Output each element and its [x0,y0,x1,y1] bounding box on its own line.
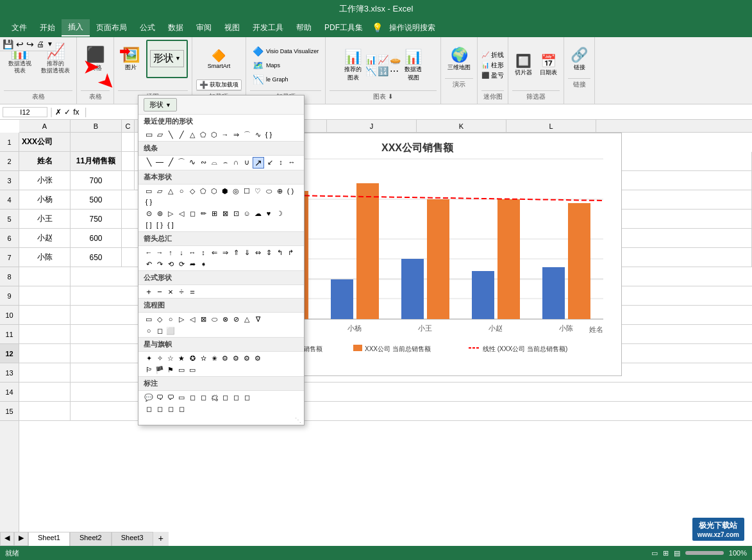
shape-icon[interactable]: ◻ [220,392,230,402]
scatter-chart-btn[interactable]: 🔢 [378,66,389,76]
col-header-c[interactable]: C [122,120,135,132]
shape-icon[interactable]: ∪ [242,157,252,167]
menu-item-formula[interactable]: 公式 [133,20,162,36]
shape-icon[interactable]: ⚙ [242,353,252,363]
shape-icon[interactable]: ✫ [198,353,208,363]
shape-icon[interactable]: 🗩 [165,392,176,402]
row-header-5[interactable]: 5 [0,210,19,229]
shape-icon[interactable]: ⊚ [155,208,165,218]
shape-icon-selected[interactable]: ↗ [253,157,264,169]
shape-icon[interactable]: ⌒ [176,157,187,167]
cell-a7[interactable]: 小陈 [19,248,71,267]
shape-icon[interactable]: ⟲ [165,259,176,269]
maps-btn[interactable]: 🗺️ Maps [250,59,321,72]
shape-icon[interactable]: ♥ [263,208,274,218]
col-header-a[interactable]: A [19,120,71,132]
cell-a6[interactable]: 小赵 [19,229,71,248]
shape-icon[interactable]: ⇒ [231,129,241,140]
menu-item-help[interactable]: 帮助 [290,20,318,36]
cell-c3[interactable] [122,171,135,190]
shape-icon[interactable]: ⇑ [231,247,241,258]
shape-icon[interactable]: ◻ [165,404,176,414]
menu-item-review[interactable]: 审阅 [190,20,218,36]
shape-icon[interactable]: ▱ [155,129,165,140]
col-header-k[interactable]: K [417,120,506,132]
pie-chart-btn[interactable]: 🥧 [390,54,401,65]
cell-ref-input[interactable] [3,107,47,117]
shape-icon[interactable]: ⬢ [220,186,230,196]
shape-icon[interactable]: ╱ [165,157,176,167]
shape-icon[interactable]: ➧ [198,259,208,269]
shape-icon[interactable]: ↔ [187,247,197,258]
shape-icon[interactable]: ☁ [253,208,263,218]
menu-item-developer[interactable]: 开发工具 [246,20,290,36]
shape-icon[interactable]: ⬜ [165,325,176,336]
cell-a1[interactable]: XXX公司 [19,133,71,152]
shape-icon[interactable]: ⇓ [242,247,252,258]
row-header-10[interactable]: 10 [0,306,19,325]
shape-icon[interactable]: ← [144,247,154,258]
shape-icon[interactable]: ✬ [209,353,219,363]
col-header-l[interactable]: L [506,120,596,132]
shape-icon[interactable]: ⬡ [209,186,219,196]
shape-icon[interactable]: ✏ [198,208,208,218]
cell-a5[interactable]: 小王 [19,210,71,229]
shape-icon[interactable]: ◻ [176,404,187,414]
shape-icon[interactable]: + [144,286,154,297]
menu-item-home[interactable]: 开始 [33,20,62,36]
zoom-slider[interactable] [685,551,724,555]
shape-icon[interactable]: ⬭ [209,314,219,324]
shape-icon[interactable]: = [187,286,197,297]
shape-icon[interactable]: ⬡ [209,129,219,140]
row-header-2[interactable]: 2 [0,152,19,171]
add-sheet-btn[interactable]: + [153,532,169,546]
line-chart-btn[interactable]: 📈 [378,54,389,65]
shape-icon[interactable]: ○ [144,325,154,336]
menu-item-search[interactable]: 操作说明搜索 [383,20,442,36]
shape-icon[interactable]: △ [242,314,252,324]
bar-sparkline-btn[interactable]: 📊 柱形 [481,61,504,70]
cancel-formula-btn[interactable]: ✗ [55,108,62,117]
shape-icon[interactable]: ╱ [176,129,187,140]
row-header-11[interactable]: 11 [0,325,19,344]
view-page-layout-btn[interactable]: ⊞ [663,549,669,557]
shape-icon[interactable]: ◇ [187,186,197,196]
customize-quick-access[interactable]: ▼ [47,40,53,47]
shape-icon[interactable]: ↕ [276,157,286,167]
print-btn[interactable]: 🖨 [37,40,44,49]
shape-icon[interactable]: ◻ [187,392,197,402]
sheet-tab-3[interactable]: Sheet3 [112,532,153,546]
row-header-13[interactable]: 13 [0,363,19,383]
row-header-9[interactable]: 9 [0,286,19,306]
row-header-8[interactable]: 8 [0,267,19,286]
shape-icon[interactable]: ⬭ [263,186,274,196]
cell-b6[interactable]: 600 [71,229,122,248]
shape-icon[interactable]: × [165,286,176,297]
3d-map-btn[interactable]: 🌍 三维地图 [445,40,473,78]
row-header-6[interactable]: 6 [0,229,19,248]
cell-b5[interactable]: 750 [71,210,122,229]
shape-icon[interactable]: ✦ [144,353,154,363]
shape-icon[interactable]: ◻ [242,392,252,402]
shape-icon[interactable]: ÷ [176,286,187,297]
shape-icon[interactable]: ∿ [253,129,263,140]
shape-icon[interactable]: ⟳ [176,259,187,269]
shape-icon[interactable]: ⬠ [198,129,208,140]
menu-item-view[interactable]: 视图 [218,20,246,36]
shape-icon[interactable]: ◻ [198,392,208,402]
cell-a2[interactable]: 姓名 [19,152,71,171]
shape-icon[interactable]: ↔ [287,157,297,167]
shape-icon[interactable]: ◁ [176,208,187,218]
shape-icon[interactable]: ⊕ [274,186,285,196]
shape-icon[interactable]: 💬 [144,392,154,402]
shape-icon[interactable]: ( ) [285,186,296,196]
shape-icon[interactable]: ↶ [144,259,154,269]
shape-icon[interactable]: → [220,129,230,140]
cell-c1[interactable] [122,133,135,152]
table-btn[interactable]: ⬛ 表格 [81,40,110,78]
row-header-7[interactable]: 7 [0,248,19,267]
shape-icon[interactable]: ◻ [155,325,165,336]
shape-icon[interactable]: [ } [155,220,165,230]
shape-icon[interactable]: ▭ [144,186,154,196]
shape-icon[interactable]: ◎ [231,186,241,196]
